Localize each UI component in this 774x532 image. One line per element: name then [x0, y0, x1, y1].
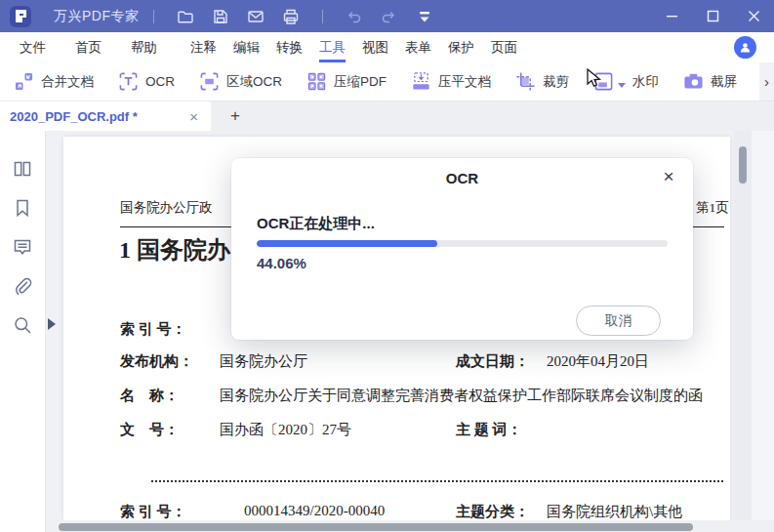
tab-bar: 2020_PDF_OCR.pdf * × +	[0, 102, 774, 131]
vertical-scrollbar-thumb[interactable]	[739, 146, 747, 184]
doc-category-label: 主题分类：	[456, 503, 529, 520]
screenshot-button[interactable]: 截屏	[683, 71, 737, 92]
crop-label: 裁剪	[543, 73, 569, 91]
menu-help[interactable]: 帮助	[131, 32, 157, 62]
flatten-document-label: 压平文档	[438, 73, 491, 91]
app-window: 万兴PDF专家	[0, 0, 774, 532]
ocr-dialog: OCR × OCR正在处理中... 44.06% 取消	[231, 158, 693, 340]
panel-expand-handle[interactable]	[48, 318, 56, 330]
menu-comment[interactable]: 注释	[190, 32, 217, 62]
doc-category-value: 国务院组织机构\其他	[547, 503, 682, 520]
flatten-document-button[interactable]: 压平文档	[411, 71, 491, 92]
compress-pdf-label: 压缩PDF	[334, 73, 387, 91]
thumbnails-panel-button[interactable]	[8, 154, 37, 184]
merge-icon	[14, 71, 34, 92]
folder-icon	[179, 12, 192, 22]
menu-edit[interactable]: 编辑	[233, 32, 260, 62]
menu-view[interactable]: 视图	[362, 32, 388, 62]
bookmark-icon	[13, 198, 32, 218]
doc-keywords-label: 主 题 词：	[456, 421, 522, 439]
tab-title: 2020_PDF_OCR.pdf *	[10, 109, 186, 124]
menu-bar: 文件 首页 帮助 注释 编辑 转换 工具 视图 表单 保护 页面	[0, 32, 774, 62]
menu-tools[interactable]: 工具	[319, 32, 346, 62]
menu-page[interactable]: 页面	[491, 32, 517, 62]
attachments-panel-button[interactable]	[8, 271, 37, 301]
bookmarks-panel-button[interactable]	[8, 193, 37, 223]
ocr-progress-fill	[257, 240, 437, 247]
quick-access-menu-button[interactable]	[410, 4, 439, 29]
merge-documents-button[interactable]: 合并文档	[14, 71, 94, 92]
divider	[153, 10, 154, 23]
menu-form[interactable]: 表单	[405, 32, 431, 62]
maximize-button[interactable]	[692, 0, 733, 32]
redo-button[interactable]	[375, 4, 404, 29]
doc-name-value: 国务院办公厅关于同意调整完善消费者权益保护工作部际联席会议制度的函	[220, 387, 703, 405]
vertical-scrollbar-track[interactable]	[734, 131, 752, 520]
tools-ribbon: 合并文档 OCR 区域OCR 压缩PDF 压平文档 裁剪 水印	[0, 62, 774, 102]
crop-button[interactable]: 裁剪	[515, 71, 569, 92]
comment-icon	[13, 237, 32, 257]
cancel-button[interactable]: 取消	[576, 306, 661, 336]
doc-index-label: 索 引 号：	[120, 320, 186, 339]
ocr-label: OCR	[145, 74, 175, 89]
doc-page-number: 第1页	[696, 199, 729, 217]
doc-name-label: 名 称：	[120, 387, 179, 405]
compress-pdf-button[interactable]: 压缩PDF	[306, 71, 387, 92]
mouse-cursor-icon	[586, 68, 604, 92]
horizontal-scrollbar-thumb[interactable]	[59, 523, 693, 531]
dialog-title: OCR	[231, 170, 693, 186]
watermark-dropdown-caret[interactable]	[618, 83, 626, 88]
toolbar-overflow-button[interactable]: ›	[759, 62, 774, 102]
screenshot-label: 截屏	[711, 73, 737, 91]
ocr-progress-bar	[257, 240, 668, 247]
app-logo-icon	[10, 6, 31, 27]
print-button[interactable]	[276, 4, 306, 29]
area-ocr-label: 区域OCR	[226, 73, 282, 91]
minimize-button[interactable]	[651, 0, 692, 32]
comments-panel-button[interactable]	[8, 232, 37, 262]
account-avatar[interactable]	[734, 36, 756, 59]
doc-header-left: 国务院办公厅政	[120, 199, 213, 217]
ocr-icon	[118, 71, 139, 92]
save-button[interactable]	[206, 4, 235, 29]
title-bar: 万兴PDF专家	[0, 0, 774, 32]
paperclip-icon	[13, 276, 32, 296]
doc-date-value: 2020年04月20日	[547, 352, 649, 371]
open-file-button[interactable]	[171, 4, 200, 29]
navigation-panel	[0, 131, 46, 532]
thumbnails-icon	[13, 159, 32, 179]
document-tab[interactable]: 2020_PDF_OCR.pdf * ×	[0, 102, 211, 131]
doc-index2-label: 索 引 号：	[120, 503, 186, 520]
cancel-button-label: 取消	[605, 312, 631, 330]
ocr-status-text: OCR正在处理中...	[257, 215, 375, 233]
doc-index2-value: 000014349/2020-00040	[244, 503, 385, 519]
new-tab-button[interactable]: +	[223, 102, 248, 131]
dialog-close-icon[interactable]: ×	[658, 166, 679, 187]
chevron-right-icon: ›	[764, 73, 769, 90]
close-window-button[interactable]	[733, 0, 774, 32]
search-icon	[13, 315, 32, 335]
app-title: 万兴PDF专家	[54, 8, 140, 25]
area-ocr-button[interactable]: 区域OCR	[199, 71, 282, 92]
compress-icon	[306, 71, 327, 92]
doc-issuer-label: 发布机构：	[120, 352, 193, 371]
menu-home[interactable]: 首页	[75, 32, 102, 62]
ocr-button[interactable]: OCR	[118, 71, 175, 92]
tab-close-icon[interactable]: ×	[186, 108, 201, 125]
ocr-percent-text: 44.06%	[257, 255, 306, 271]
doc-date-label: 成文日期：	[456, 352, 529, 371]
menu-convert[interactable]: 转换	[276, 32, 303, 62]
divider	[322, 10, 323, 23]
right-gutter	[752, 131, 774, 532]
flatten-icon	[411, 71, 431, 92]
screenshot-camera-icon	[683, 71, 704, 92]
watermark-label: 水印	[632, 73, 659, 91]
doc-issuer-value: 国务院办公厅	[220, 352, 307, 371]
area-ocr-icon	[199, 71, 220, 92]
doc-dotted-divider	[151, 480, 723, 482]
menu-file[interactable]: 文件	[20, 32, 46, 62]
undo-button[interactable]	[340, 4, 369, 29]
search-panel-button[interactable]	[8, 310, 37, 340]
menu-protect[interactable]: 保护	[448, 32, 474, 62]
email-button[interactable]	[241, 4, 270, 29]
